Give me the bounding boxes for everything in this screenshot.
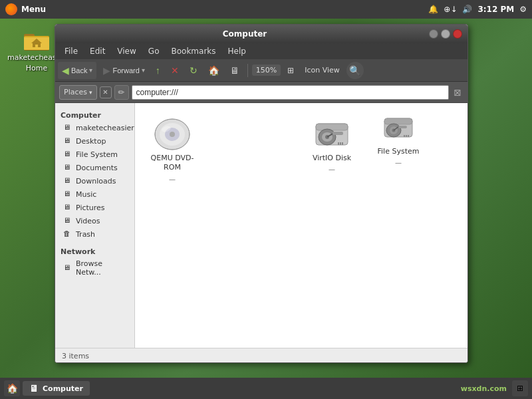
file-item-virtiodisk[interactable]: VirtIO Disk — bbox=[305, 114, 358, 187]
maximize-button[interactable] bbox=[441, 29, 450, 39]
svg-rect-30 bbox=[408, 135, 409, 137]
panel-right: 🔔 ⊕↓ 🔊 3:12 PM ⚙ bbox=[423, 5, 532, 14]
sidebar-item-browse-network[interactable]: 🖥 Browse Netw... bbox=[55, 257, 134, 279]
sidebar-desktop-label: Desktop bbox=[76, 137, 106, 146]
sidebar-pictures-icon: 🖥 bbox=[63, 203, 72, 212]
menu-bookmarks[interactable]: Bookmarks bbox=[166, 45, 221, 57]
sidebar-item-documents[interactable]: 🖥 Documents bbox=[55, 161, 134, 174]
forward-button[interactable]: ▶ Forward ▾ bbox=[99, 62, 148, 79]
close-button[interactable] bbox=[453, 29, 462, 39]
status-bar: 3 items bbox=[55, 348, 467, 363]
desktop-home-icon[interactable]: maketecheasier Home bbox=[13, 30, 60, 72]
sidebar-item-desktop[interactable]: 🖥 Desktop bbox=[55, 134, 134, 148]
menu-view[interactable]: View bbox=[112, 45, 141, 57]
sidebar-trash-icon: 🗑 bbox=[63, 229, 72, 239]
filesystem2-label: File System bbox=[378, 147, 420, 156]
minimize-button[interactable] bbox=[429, 29, 438, 39]
taskbar-computer-app[interactable]: 🖥 Computer bbox=[23, 381, 90, 396]
sidebar-section-computer: Computer bbox=[55, 108, 134, 121]
toolbar-separator bbox=[247, 64, 248, 77]
panel-settings[interactable]: ⚙ bbox=[519, 5, 527, 14]
sidebar-item-pictures[interactable]: 🖥 Pictures bbox=[55, 201, 134, 214]
view-mode-label: Icon View bbox=[301, 65, 344, 76]
computer-icon: 🖥 bbox=[230, 65, 239, 76]
dvdrom-sub: — bbox=[169, 176, 176, 183]
refresh-icon: ↻ bbox=[190, 65, 198, 76]
svg-rect-17 bbox=[332, 132, 343, 135]
sidebar-network-label: Browse Netw... bbox=[76, 259, 129, 277]
title-bar: Computer bbox=[55, 25, 467, 43]
dvdrom-label: QEMU DVD-ROM bbox=[148, 154, 196, 173]
menu-edit[interactable]: Edit bbox=[84, 45, 110, 57]
title-text: Computer bbox=[61, 29, 429, 39]
sidebar-item-filesystem[interactable]: 🖥 File System bbox=[55, 148, 134, 161]
taskbar-home-button[interactable]: 🏠 bbox=[4, 380, 20, 396]
forward-arrow-icon: ▶ bbox=[103, 65, 110, 76]
sidebar-item-maketecheasier[interactable]: 🖥 maketecheasier bbox=[55, 121, 134, 134]
file-area: QEMU DVD-ROM — bbox=[135, 103, 467, 348]
places-label: Places bbox=[64, 88, 87, 96]
taskbar-computer-icon: 🖥 bbox=[29, 383, 39, 394]
sidebar-videos-label: Videos bbox=[76, 217, 100, 225]
location-input[interactable] bbox=[132, 85, 449, 100]
taskbar-left: 🏠 🖥 Computer bbox=[4, 380, 90, 396]
top-panel: Menu 🔔 ⊕↓ 🔊 3:12 PM ⚙ bbox=[0, 0, 532, 19]
panel-network[interactable]: ⊕↓ bbox=[444, 5, 457, 14]
svg-rect-12 bbox=[316, 124, 348, 130]
search-button[interactable]: 🔍 bbox=[346, 62, 364, 79]
edit-location-button[interactable]: ✏ bbox=[114, 85, 129, 100]
home-button[interactable]: 🏠 bbox=[204, 62, 223, 79]
menu-go[interactable]: Go bbox=[143, 45, 165, 57]
sidebar-item-downloads[interactable]: 🖥 Downloads bbox=[55, 174, 134, 188]
back-label: Back bbox=[71, 66, 87, 74]
file-item-dvdrom[interactable]: QEMU DVD-ROM — bbox=[146, 114, 199, 187]
panel-time: 3:12 PM bbox=[477, 5, 514, 14]
sidebar-filesystem-icon: 🖥 bbox=[63, 150, 72, 159]
stop-icon: ✕ bbox=[171, 65, 179, 76]
places-dropdown[interactable]: Places ▾ bbox=[59, 85, 97, 100]
menu-help[interactable]: Help bbox=[223, 45, 251, 57]
sidebar-documents-icon: 🖥 bbox=[63, 163, 72, 172]
file-manager-window: Computer File Edit View Go Bookmarks Hel… bbox=[55, 24, 468, 363]
sidebar-documents-label: Documents bbox=[76, 164, 118, 172]
panel-menu[interactable]: Menu bbox=[0, 3, 51, 15]
firefox-icon bbox=[5, 3, 17, 15]
svg-rect-19 bbox=[340, 142, 341, 145]
sidebar-downloads-label: Downloads bbox=[76, 177, 116, 186]
zoom-options-button[interactable]: ⊞ bbox=[283, 62, 298, 79]
sidebar-item-trash[interactable]: 🗑 Trash bbox=[55, 227, 134, 241]
sidebar-maketecheasier-label: maketecheasier bbox=[76, 124, 134, 132]
location-bar: Places ▾ ✕ ✏ ⊠ bbox=[55, 82, 467, 103]
taskbar-home-icon: 🏠 bbox=[7, 383, 18, 394]
clear-location-button[interactable]: ✕ bbox=[100, 86, 112, 98]
virtiodisk-icon bbox=[312, 118, 352, 151]
places-dropdown-arrow: ▾ bbox=[89, 89, 92, 96]
sidebar: Computer 🖥 maketecheasier 🖥 Desktop 🖥 Fi… bbox=[55, 103, 135, 348]
file-item-filesystem2[interactable]: File System — bbox=[372, 107, 425, 187]
status-count: 3 items bbox=[62, 352, 89, 360]
panel-volume[interactable]: 🔊 bbox=[462, 5, 472, 14]
zoom-level[interactable]: 150% bbox=[252, 65, 281, 76]
taskbar-right: wsxdn.com ⊞ bbox=[461, 380, 528, 396]
refresh-button[interactable]: ↻ bbox=[186, 62, 201, 79]
home-icon: 🏠 bbox=[208, 65, 219, 76]
sidebar-desktop-icon: 🖥 bbox=[63, 136, 72, 146]
svg-rect-29 bbox=[406, 135, 407, 137]
location-clear-button[interactable]: ⊠ bbox=[452, 86, 464, 98]
computer-button[interactable]: 🖥 bbox=[226, 62, 243, 79]
back-button[interactable]: ◀ Back ▾ bbox=[58, 62, 96, 79]
sidebar-computer-icon: 🖥 bbox=[63, 123, 72, 132]
sidebar-item-music[interactable]: 🖥 Music bbox=[55, 188, 134, 201]
up-button[interactable]: ↑ bbox=[152, 62, 164, 79]
filesystem2-sub: — bbox=[395, 159, 402, 166]
panel-notifications[interactable]: 🔔 bbox=[428, 5, 438, 14]
filesystem2-icon bbox=[378, 111, 418, 144]
taskbar-grid-button[interactable]: ⊞ bbox=[512, 380, 528, 396]
taskbar-grid-icon: ⊞ bbox=[517, 384, 523, 393]
stop-button[interactable]: ✕ bbox=[167, 62, 183, 79]
back-dropdown-icon: ▾ bbox=[89, 66, 92, 74]
menu-file[interactable]: File bbox=[59, 45, 83, 57]
svg-rect-22 bbox=[384, 118, 412, 124]
back-arrow-icon: ◀ bbox=[62, 65, 69, 76]
sidebar-item-videos[interactable]: 🖥 Videos bbox=[55, 214, 134, 227]
